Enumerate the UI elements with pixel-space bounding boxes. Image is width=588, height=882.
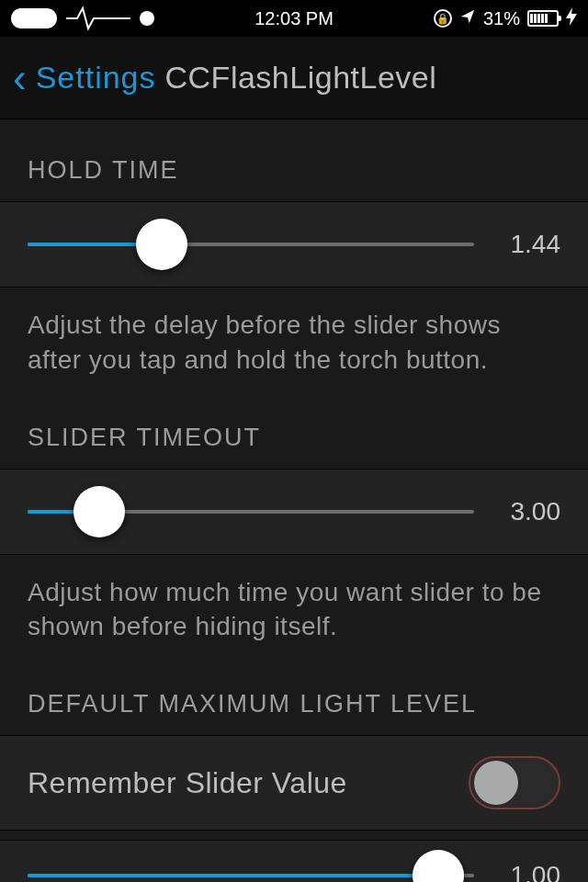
hold-time-slider[interactable] [28, 243, 474, 246]
back-chevron-icon[interactable]: ‹ [13, 58, 27, 98]
remember-slider-switch[interactable] [469, 756, 560, 809]
back-button[interactable]: Settings [36, 60, 156, 96]
status-left [11, 5, 254, 32]
slider-timeout-thumb[interactable] [74, 486, 125, 537]
battery-percent: 31% [483, 8, 520, 29]
activity-icon [66, 5, 130, 32]
charging-icon [566, 7, 577, 30]
switch-knob [474, 761, 518, 805]
default-max-slider[interactable] [28, 874, 474, 877]
default-max-slider-cell: 1.00 [0, 840, 588, 882]
default-max-value: 1.00 [496, 861, 560, 882]
hold-time-slider-cell: 1.44 [0, 201, 588, 288]
content: HOLD TIME 1.44 Adjust the delay before t… [0, 119, 588, 882]
default-max-thumb[interactable] [413, 850, 464, 882]
default-max-header: DEFAULT MAXIMUM LIGHT LEVEL [0, 690, 588, 735]
page-title: CCFlashLightLevel [165, 60, 437, 96]
hold-time-header: HOLD TIME [0, 156, 588, 201]
status-right: 🔒 31% [334, 7, 577, 30]
hold-time-thumb[interactable] [136, 219, 187, 270]
hold-time-footer: Adjust the delay before the slider shows… [0, 288, 588, 424]
remember-slider-cell: Remember Slider Value [0, 735, 588, 831]
slider-timeout-value: 3.00 [496, 497, 560, 526]
status-time: 12:03 PM [254, 8, 334, 29]
carrier-pill [11, 8, 57, 28]
hold-time-value: 1.44 [496, 230, 560, 259]
status-dot-icon [140, 11, 154, 26]
status-bar: 12:03 PM 🔒 31% [0, 0, 588, 37]
slider-timeout-slider[interactable] [28, 510, 474, 514]
slider-timeout-slider-cell: 3.00 [0, 469, 588, 555]
default-max-fill [28, 874, 438, 877]
location-icon [459, 8, 476, 29]
remember-slider-label: Remember Slider Value [28, 766, 469, 800]
slider-timeout-footer: Adjust how much time you want slider to … [0, 555, 588, 691]
slider-timeout-header: SLIDER TIMEOUT [0, 424, 588, 469]
nav-bar: ‹ Settings CCFlashLightLevel [0, 37, 588, 119]
rotation-lock-icon: 🔒 [434, 9, 452, 28]
battery-icon [527, 10, 559, 27]
